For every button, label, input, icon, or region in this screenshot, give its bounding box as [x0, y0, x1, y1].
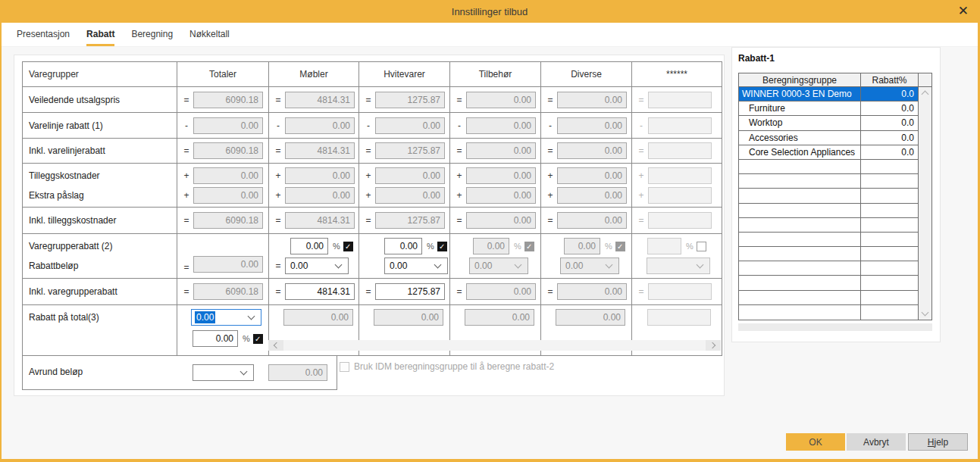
percent-label: % [333, 242, 340, 251]
percent-checkbox-tilbehor [524, 242, 534, 251]
rabatt1-row-value [861, 276, 919, 290]
ok-button[interactable]: OK [786, 433, 845, 451]
operator: = [274, 95, 282, 105]
discount-matrix-table: VaregrupperTotalerMøblerHvitevarerTilbeh… [22, 61, 722, 356]
cell-varegrupperabatt-hvitevarer: %0.00 [359, 234, 450, 279]
scroll-up-icon[interactable] [922, 91, 929, 98]
rabatt1-row-value [861, 291, 919, 305]
chevron-down-icon [248, 312, 255, 320]
field-inkl-varelinjerabatt-diverse [557, 142, 627, 159]
title-bar: Innstillinger tilbud ✕ [2, 0, 978, 23]
rabatt1-row-name[interactable]: Worktop [739, 116, 861, 130]
percent-line: % [290, 238, 358, 254]
scroll-right-button[interactable] [706, 340, 721, 351]
stacked-fields: ++ [450, 167, 540, 204]
operator: - [365, 120, 372, 131]
idm-checkbox [340, 362, 349, 372]
select-line: 0.00 [560, 258, 631, 274]
field-group-discount-pct-col-6 [647, 238, 681, 254]
stacked-line: + [269, 167, 358, 184]
select-line: =0.00 [269, 258, 358, 274]
rabatt1-row-name[interactable]: WINNER 0000-3 EN Demo [739, 87, 861, 101]
operator: = [456, 215, 463, 226]
chevron-down-icon [697, 261, 704, 268]
rabatt1-row-value[interactable]: 0.0 [861, 87, 919, 101]
group-discount-select-tilbehor: 0.00 [469, 258, 528, 274]
rabatt1-row-name[interactable]: Core Selection Appliances [739, 145, 861, 160]
cell-varelinje-rabatt-1-mobler: - [269, 113, 359, 139]
group-discount-select-mobler[interactable]: 0.00 [285, 258, 349, 274]
cell-inkl-varegrupperabatt-tilbehor: = [450, 279, 541, 305]
horizontal-scrollbar[interactable] [268, 340, 721, 351]
field-tilleggskostnader-totaler [193, 167, 263, 184]
field-group-discount-pct-hvitevarer[interactable] [384, 238, 422, 254]
percent-checkbox-mobler[interactable] [343, 242, 353, 251]
field-inkl-varegrupperabatt-hvitevarer[interactable] [375, 283, 445, 300]
rabatt1-row-value[interactable]: 0.0 [861, 116, 919, 130]
row-label-rabatt-pa-total-3: Rabatt på total(3) [23, 305, 177, 355]
chevron-down-icon [240, 367, 248, 375]
field-veiledende-utsalgspris-mobler [285, 92, 355, 108]
group-discount-select-diverse: 0.00 [560, 258, 619, 274]
field-ekstra-paslag-hvitevarer [375, 187, 445, 204]
rabatt1-row-name[interactable]: Accessories [739, 131, 861, 145]
field-total-discount-pct[interactable] [193, 330, 238, 347]
total-discount-select[interactable]: 0.00 [191, 309, 261, 326]
rabatt1-row-value [861, 189, 919, 203]
rabatt1-vertical-scrollbar[interactable] [919, 87, 931, 320]
round-amount-select[interactable] [193, 364, 254, 381]
rabatt1-row-value[interactable]: 0.0 [861, 101, 919, 116]
rabatt1-row-value [861, 305, 919, 320]
stacked-line: + [359, 167, 449, 184]
tab-nokkeltall[interactable]: Nøkkeltall [189, 23, 230, 46]
operator: = [546, 95, 554, 105]
scroll-down-icon[interactable] [922, 309, 929, 317]
field-veiledende-utsalgspris-totaler [193, 92, 263, 108]
cancel-button[interactable]: Avbryt [847, 433, 906, 451]
matrix-header-mobler: Møbler [269, 62, 359, 87]
stacked-line: + [632, 167, 722, 184]
help-button[interactable]: Hjelp [908, 433, 968, 451]
operator: = [546, 215, 554, 226]
operator: - [546, 120, 554, 131]
scroll-left-button[interactable] [268, 340, 283, 351]
total-discount-percent-checkbox[interactable] [253, 334, 263, 344]
close-icon[interactable]: ✕ [958, 2, 969, 20]
field-varelinje-rabatt-1-totaler [193, 117, 263, 134]
field-inkl-tilleggskostnader-diverse [557, 212, 627, 229]
cell-inkl-tilleggskostnader-col-6: = [632, 208, 722, 234]
matrix-header-diverse: Diverse [541, 62, 632, 87]
rabatt1-row-name[interactable]: Furniture [739, 101, 861, 116]
settings-dialog: Innstillinger tilbud ✕ PresentasjonRabat… [0, 0, 980, 462]
field-inkl-varegrupperabatt-totaler [193, 283, 263, 300]
cell-inkl-varegrupperabatt-diverse: = [541, 279, 632, 305]
rabatt1-row-value[interactable]: 0.0 [861, 145, 919, 160]
field-group-discount-pct-mobler[interactable] [290, 238, 328, 254]
select-line: 0.00 [469, 258, 540, 274]
rabatt1-row-value [861, 247, 919, 261]
percent-checkbox-hvitevarer[interactable] [437, 242, 447, 251]
operator: + [183, 190, 190, 201]
group-discount-select-hvitevarer[interactable]: 0.00 [384, 258, 448, 274]
tab-rabatt[interactable]: Rabatt [86, 23, 114, 46]
field-inkl-varelinjerabatt-col-6 [648, 142, 712, 159]
operator: + [274, 170, 282, 181]
percent-label: % [427, 242, 434, 251]
field-inkl-tilleggskostnader-hvitevarer [375, 212, 445, 229]
rabatt1-row-name [739, 160, 861, 174]
tab-presentasjon[interactable]: Presentasjon [17, 23, 70, 46]
tab-beregning[interactable]: Beregning [131, 23, 173, 46]
cell-varegrupperabatt-diverse: %0.00 [541, 234, 632, 279]
rabatt1-row-value[interactable]: 0.0 [861, 131, 919, 145]
rabatt1-row-name [739, 276, 861, 290]
rabatt1-horizontal-scrollbar[interactable] [738, 323, 932, 331]
field-inkl-varegrupperabatt-mobler[interactable] [285, 283, 355, 300]
idm-checkbox-label: Bruk IDM beregningsgruppe til å beregne … [354, 361, 554, 372]
field-inkl-varegrupperabatt-tilbehor [466, 283, 536, 300]
row-label-veiledende-utsalgspris: Veiledende utsalgspris [23, 87, 177, 113]
field-total-discount-col-6 [647, 309, 711, 326]
operator: = [456, 145, 463, 156]
matrix-header-totaler: Totaler [177, 62, 269, 87]
rabatt1-row-value [861, 218, 919, 233]
cell-inkl-tilleggskostnader-hvitevarer: = [359, 208, 450, 234]
